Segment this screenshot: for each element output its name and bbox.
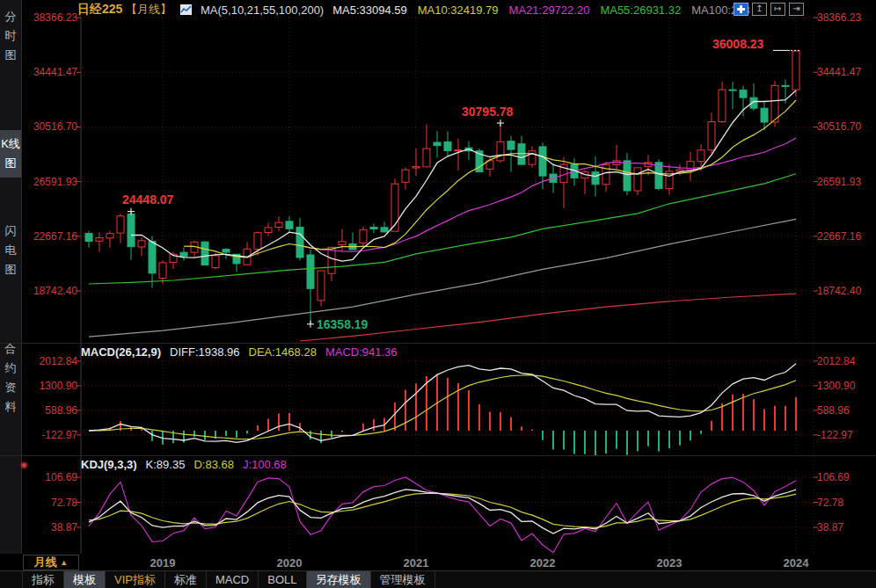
shift-right-icon[interactable]: ⇥ bbox=[789, 3, 804, 16]
tab-template[interactable]: 模板 bbox=[64, 571, 106, 588]
panel-divider bbox=[0, 343, 876, 344]
period-up-arrow-icon: ▲ bbox=[60, 558, 68, 567]
kdj-y-axis-label: 106.69 bbox=[19, 471, 77, 483]
main-y-axis-label: 22667.16 bbox=[817, 230, 875, 243]
period-selector-label: 月线 bbox=[34, 555, 57, 569]
kdj-y-axis-label: 72.78 bbox=[817, 497, 875, 509]
x-axis-year-label: 2023 bbox=[643, 556, 696, 570]
macd-dea-value: DEA:1468.28 bbox=[249, 345, 317, 359]
kdj-k-value: K:89.35 bbox=[146, 458, 186, 471]
kdj-y-axis-label: 38.87 bbox=[19, 521, 77, 534]
ma-config-label: MA(5,10,21,55,100,200) bbox=[201, 4, 324, 17]
main-y-axis-label: 18742.40 bbox=[817, 285, 875, 297]
main-y-axis-label: 30516.70 bbox=[817, 120, 875, 133]
main-y-axis-label: 22667.16 bbox=[19, 230, 77, 243]
ma-legend-item: MA21:29722.20 bbox=[509, 4, 590, 17]
macd-y-axis-label: -122.97 bbox=[817, 429, 875, 441]
chart-header: 日经225 【月线】 MA(5,10,21,55,100,200) MA5:33… bbox=[77, 2, 750, 18]
price-annotation: 30795.78 bbox=[462, 105, 513, 119]
price-annotation: 24448.07 bbox=[122, 192, 173, 207]
tab-indicators[interactable]: 指标 bbox=[22, 571, 64, 588]
indicator-chart-icon bbox=[180, 4, 192, 15]
ma-legend-item: MA55:26931.32 bbox=[600, 4, 681, 17]
macd-panel bbox=[89, 364, 796, 458]
period-tag: 【月线】 bbox=[126, 3, 172, 16]
x-axis-year-label: 2019 bbox=[136, 556, 189, 570]
sidebar-item-time-chart[interactable]: 分时图 bbox=[0, 7, 21, 65]
kdj-y-axis-label: 106.69 bbox=[817, 471, 875, 483]
tab-manage-template[interactable]: 管理模板 bbox=[371, 571, 435, 588]
ma-legend-item: MA10:32419.79 bbox=[418, 4, 499, 17]
price-annotation: 36008.23 bbox=[712, 37, 763, 51]
axis-play-icon[interactable]: ↦ bbox=[770, 3, 785, 16]
macd-y-axis-label: 588.96 bbox=[19, 404, 77, 417]
kdj-panel-header: KDJ(9,3,3) K:89.35 D:83.68 J:100.68 bbox=[81, 458, 287, 471]
crosshair-icon[interactable] bbox=[734, 3, 748, 16]
x-axis-year-label: 2022 bbox=[516, 556, 569, 570]
x-axis-year-label: 2021 bbox=[390, 556, 442, 570]
macd-y-axis-label: 1300.90 bbox=[19, 380, 77, 392]
sidebar-item-flash-chart[interactable]: 闪电图 bbox=[0, 221, 21, 279]
main-y-axis-label: 26591.93 bbox=[19, 176, 77, 188]
macd-diff-value: DIFF:1938.96 bbox=[170, 345, 240, 359]
macd-macd-value: MACD:941.36 bbox=[325, 345, 398, 359]
main-y-axis-label: 34441.47 bbox=[817, 66, 875, 78]
kdj-d-value: D:83.68 bbox=[193, 458, 234, 471]
macd-title: MACD(26,12,9) bbox=[81, 345, 161, 359]
main-y-axis-label: 18742.40 bbox=[19, 285, 77, 297]
tab-boll[interactable]: BOLL bbox=[259, 571, 306, 588]
tab-macd[interactable]: MACD bbox=[207, 571, 259, 588]
tab-save-template[interactable]: 另存模板 bbox=[307, 571, 371, 588]
tab-vip-indicators[interactable]: VIP指标 bbox=[106, 571, 165, 588]
main-y-axis-label: 34441.47 bbox=[19, 66, 77, 78]
ma-legend-item: MA5:33094.59 bbox=[332, 4, 407, 17]
main-y-axis-label: 38366.23 bbox=[817, 11, 875, 24]
main-y-axis-label: 26591.93 bbox=[817, 176, 875, 188]
bottom-tab-bar: 指标模板VIP指标标准MACDBOLL另存模板管理模板 bbox=[0, 570, 876, 588]
price-annotation: 16358.19 bbox=[317, 317, 368, 331]
axis-zoom-in-icon[interactable]: ↥ bbox=[752, 3, 767, 16]
kdj-y-axis-label: 38.87 bbox=[817, 521, 875, 534]
kdj-j-value: J:100.68 bbox=[243, 458, 287, 471]
period-selector-button[interactable]: 月线 ▲ bbox=[23, 555, 79, 570]
macd-y-axis-label: 588.96 bbox=[817, 404, 875, 417]
macd-y-axis-label: -122.97 bbox=[19, 429, 77, 441]
x-axis-year-label: 2024 bbox=[770, 556, 822, 570]
chart-toolbar: ↥↦⇥ bbox=[734, 3, 804, 16]
main-y-axis-label: 30516.70 bbox=[19, 120, 77, 133]
kdj-title: KDJ(9,3,3) bbox=[81, 458, 137, 471]
candlestick-panel bbox=[85, 50, 799, 341]
indicator-settings-icon[interactable]: ◉ bbox=[20, 460, 28, 469]
symbol-title: 日经225 bbox=[77, 2, 122, 16]
chart-canvas bbox=[0, 0, 876, 588]
kdj-panel bbox=[89, 477, 796, 553]
trading-terminal: 分时图K线图闪电图合约资料 日经225 【月线】 MA(5,10,21,55,1… bbox=[0, 0, 876, 588]
grid-lines bbox=[77, 18, 818, 558]
tab-standard[interactable]: 标准 bbox=[165, 571, 207, 588]
main-y-axis-label: 38366.23 bbox=[19, 11, 77, 24]
sidebar-item-kline-chart[interactable]: K线图 bbox=[0, 130, 21, 178]
ma-legend: MA5:33094.59MA10:32419.79MA21:29722.20MA… bbox=[332, 4, 749, 17]
panel-divider bbox=[0, 455, 876, 456]
sidebar-item-contract-info[interactable]: 合约资料 bbox=[0, 339, 21, 417]
kdj-y-axis-label: 72.78 bbox=[19, 497, 77, 509]
macd-panel-header: MACD(26,12,9) DIFF:1938.96 DEA:1468.28 M… bbox=[81, 345, 398, 359]
macd-y-axis-label: 2012.84 bbox=[19, 355, 77, 367]
x-axis-year-label: 2020 bbox=[263, 556, 316, 570]
macd-y-axis-label: 1300.90 bbox=[817, 380, 875, 392]
macd-y-axis-label: 2012.84 bbox=[817, 355, 875, 367]
